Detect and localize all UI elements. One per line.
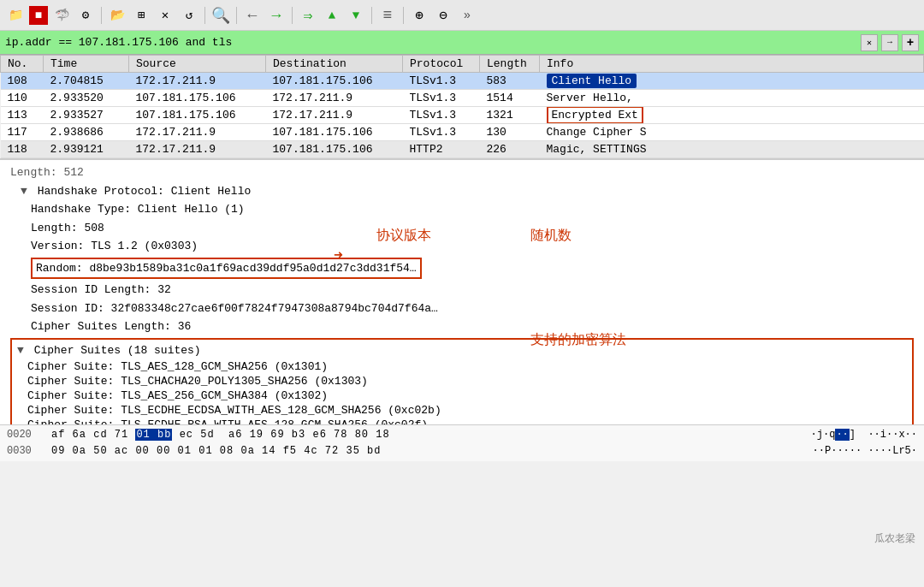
folder-icon[interactable]: 📂 (107, 5, 127, 26)
detail-length-note: Length: 512 (0, 163, 924, 182)
hex-line: 0020af 6a cd 71 01 bb ec 5d a6 19 69 b3 … (7, 427, 917, 443)
gear-icon[interactable]: ⚙ (75, 5, 96, 26)
grid-icon[interactable]: ⊞ (131, 5, 151, 26)
col-header-time[interactable]: Time (44, 56, 129, 73)
col-header-info[interactable]: Info (540, 56, 924, 73)
close-icon[interactable]: ✕ (155, 5, 175, 26)
col-header-length[interactable]: Length (480, 56, 540, 73)
cipher-suite-item: Cipher Suite: TLS_ECDHE_RSA_WITH_AES_128… (17, 418, 907, 424)
filter-clear-button[interactable]: ✕ (861, 34, 878, 51)
col-header-protocol[interactable]: Protocol (403, 56, 480, 73)
search-icon[interactable]: 🔍 (210, 5, 231, 26)
col-header-source[interactable]: Source (129, 56, 266, 73)
more-icon[interactable]: » (457, 5, 477, 26)
cipher-expand-icon[interactable] (17, 344, 24, 357)
hex-panel: 0020af 6a cd 71 01 bb ec 5d a6 19 69 b3 … (0, 424, 924, 461)
down-icon[interactable]: ▼ (346, 5, 366, 26)
zoom-out-icon[interactable]: ⊖ (433, 5, 453, 26)
table-row[interactable]: 1172.938686172.17.211.9107.181.175.106TL… (1, 124, 924, 141)
packet-table-container: No. Time Source Destination Protocol Len… (0, 55, 924, 159)
cipher-suite-item: Cipher Suite: TLS_AES_128_GCM_SHA256 (0x… (17, 359, 907, 374)
shark-icon[interactable]: 🦈 (51, 5, 72, 26)
up-icon[interactable]: ▲ (322, 5, 342, 26)
table-row[interactable]: 1102.933520107.181.175.106172.17.211.9TL… (1, 90, 924, 107)
refresh-icon[interactable]: ↺ (179, 5, 199, 26)
detail-length: Length: 508 (0, 219, 924, 238)
filter-arrow-button[interactable]: → (881, 34, 898, 51)
detail-session-len: Session ID Length: 32 (0, 281, 924, 299)
hex-line: 003009 0a 50 ac 00 00 01 01 08 0a 14 f5 … (7, 443, 917, 460)
separator3 (236, 7, 237, 24)
detail-type: Handshake Type: Client Hello (1) (0, 200, 924, 219)
zoom-in-icon[interactable]: ⊕ (409, 5, 429, 26)
table-row[interactable]: 1082.704815172.17.211.9107.181.175.106TL… (1, 73, 924, 90)
separator1 (101, 7, 102, 24)
forward-icon[interactable]: → (266, 5, 287, 26)
separator2 (204, 7, 205, 24)
jump-icon[interactable]: ⇒ (298, 5, 318, 26)
separator5 (371, 7, 372, 24)
cipher-suite-item: Cipher Suite: TLS_ECDHE_ECDSA_WITH_AES_1… (17, 403, 907, 418)
table-row[interactable]: 1132.933527107.181.175.106172.17.211.9TL… (1, 107, 924, 124)
filter-add-button[interactable]: + (902, 34, 919, 51)
open-icon[interactable]: 📁 (5, 5, 26, 26)
list-icon[interactable]: ≡ (377, 5, 398, 26)
table-row[interactable]: 1182.939121172.17.211.9107.181.175.106HT… (1, 141, 924, 158)
cipher-suite-item: Cipher Suite: TLS_AES_256_GCM_SHA384 (0x… (17, 388, 907, 403)
separator4 (292, 7, 293, 24)
hex-lines: 0020af 6a cd 71 01 bb ec 5d a6 19 69 b3 … (7, 427, 917, 460)
cipher-items-list: Cipher Suite: TLS_AES_128_GCM_SHA256 (0x… (17, 359, 907, 424)
toolbar: 📁 ■ 🦈 ⚙ 📂 ⊞ ✕ ↺ 🔍 ← → ⇒ ▲ ▼ ≡ ⊕ ⊖ » (0, 0, 924, 31)
separator6 (403, 7, 404, 24)
random-highlight-box: Random: d8be93b1589ba31c0a1f69acd39ddf95… (31, 258, 422, 280)
filter-bar: ✕ → + (0, 31, 924, 55)
detail-cipher-len: Cipher Suites Length: 36 (0, 317, 924, 336)
back-icon[interactable]: ← (242, 5, 263, 26)
cipher-suites-header[interactable]: Cipher Suites (18 suites) (17, 341, 907, 360)
detail-handshake-header[interactable]: Handshake Protocol: Client Hello (0, 182, 924, 201)
watermark: 瓜农老梁 (874, 531, 915, 546)
col-header-destination[interactable]: Destination (266, 56, 403, 73)
detail-session-id: Session ID: 32f083348c27cae6f00f7824f794… (0, 299, 924, 318)
packet-table: No. Time Source Destination Protocol Len… (0, 55, 924, 158)
detail-random: Random: d8be93b1589ba31c0a1f69acd39ddf95… (0, 256, 924, 282)
filter-input[interactable] (5, 36, 857, 49)
cipher-suite-item: Cipher Suite: TLS_CHACHA20_POLY1305_SHA2… (17, 374, 907, 388)
detail-panel: 协议版本 随机数 ➜ 支持的加密算法 Length: 512 Handshake… (0, 159, 924, 424)
col-header-no[interactable]: No. (1, 56, 44, 73)
cipher-suites-box: Cipher Suites (18 suites) Cipher Suite: … (10, 338, 914, 425)
handshake-expand-icon[interactable] (21, 185, 27, 198)
stop-icon[interactable]: ■ (29, 6, 48, 25)
detail-version: Version: TLS 1.2 (0x0303) (0, 237, 924, 256)
